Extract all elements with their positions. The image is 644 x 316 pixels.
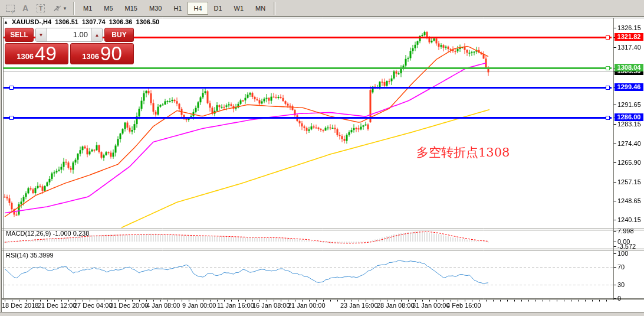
toolbar-separator [274, 2, 275, 15]
price-tick-label: 1257.15 [617, 178, 641, 185]
chevron-down-icon: ▾ [64, 5, 67, 11]
price-line-badge: 1321.82 [615, 33, 643, 41]
time-axis-label: 31 Jan 00:00 [412, 302, 450, 309]
timeframe-button-D1[interactable]: D1 [208, 2, 228, 15]
price-line-badge: 1299.46 [615, 83, 643, 91]
timeframe-button-M15[interactable]: M15 [119, 2, 143, 15]
text-tool-button[interactable]: T [33, 1, 48, 15]
time-axis-label: 16 Jan 08:00 [252, 302, 290, 309]
rsi-axis-label: 0 [617, 295, 621, 302]
ohlc-close: 1306.50 [136, 18, 159, 25]
arrow-label-button[interactable]: A [18, 1, 33, 15]
time-axis-label: 21 Jan 00:00 [288, 302, 326, 309]
ask-big-figure: 1306 [82, 52, 99, 61]
price-tick-label: 1240.15 [617, 216, 641, 223]
price-tick-label: 1283.15 [617, 120, 641, 128]
price-tick-label: 1317.40 [617, 44, 641, 51]
mt4-window: F A T ▾ M1M5M15M30H1H4D1W1MN ▲ XAUUSD-,H… [0, 0, 644, 316]
timeframe-button-M1[interactable]: M1 [77, 2, 98, 15]
time-axis-label: 23 Jan 16:00 [340, 302, 378, 309]
bid-price-button[interactable]: 1306 49 [5, 43, 68, 64]
price-tick-label: 1326.15 [617, 24, 641, 31]
chart-title: ▲ XAUUSD-,H4 1306.51 1307.74 1306.36 130… [4, 18, 159, 25]
timeframe-button-H1[interactable]: H1 [167, 2, 188, 15]
rsi-axis-label: 100 [617, 250, 628, 257]
timeframe-button-MN[interactable]: MN [249, 2, 271, 15]
macd-indicator-label: MACD(12,26,9) -1.000 0.238 [6, 230, 89, 237]
time-axis-label: 4 Jan 08:00 [146, 302, 180, 309]
ask-price-button[interactable]: 1306 90 [70, 43, 134, 64]
lot-size-control: ▼ 1.00 ▲ [35, 28, 103, 42]
price-tick-label: 1265.90 [617, 159, 641, 166]
time-axis-label: 21 Dec 12:00 [38, 302, 76, 309]
timeframe-button-M5[interactable]: M5 [98, 2, 119, 15]
time-axis-label: 18 Dec 2018 [2, 302, 38, 309]
ask-pips: 90 [100, 44, 122, 63]
time-axis-label: 9 Jan 00:00 [182, 302, 216, 309]
template-icon: F [6, 5, 15, 12]
price-tick-label: 1291.65 [617, 101, 641, 108]
bid-big-figure: 1306 [17, 52, 34, 61]
toolbar-separator [73, 2, 75, 15]
label-icon: A [22, 4, 28, 13]
timeframe-toolbar: M1M5M15M30H1H4D1W1MN [77, 2, 271, 15]
arrange-windows-button[interactable]: ▾ [48, 1, 71, 15]
timeframe-button-M30[interactable]: M30 [143, 2, 167, 15]
arrange-arrows-icon [53, 4, 62, 12]
timeframe-button-H4[interactable]: H4 [188, 2, 208, 15]
timeframe-button-W1[interactable]: W1 [228, 2, 250, 15]
sell-button[interactable]: SELL [5, 28, 34, 42]
time-axis-label: 11 Jan 16:00 [217, 302, 254, 309]
text-icon: T [37, 4, 45, 12]
time-axis-label: 31 Dec 20:00 [110, 302, 148, 309]
rsi-axis-label: 70 [617, 263, 625, 271]
price-line-badge: 1308.04 [615, 64, 643, 71]
lot-increase-button[interactable]: ▲ [91, 28, 102, 41]
price-tick-label: 1274.40 [617, 140, 641, 147]
price-line-badge: 1286.00 [615, 113, 643, 121]
macd-axis-label: -3.572 [617, 243, 636, 250]
buy-button[interactable]: BUY [104, 28, 134, 42]
one-click-trading-panel: SELL ▼ 1.00 ▲ BUY 1306 49 1306 90 [5, 28, 134, 64]
bid-pips: 49 [35, 44, 57, 63]
time-axis-label: 27 Dec 04:00 [74, 302, 112, 309]
lot-size-input[interactable]: 1.00 [47, 28, 91, 41]
symbol-period-label: XAUUSD-,H4 [12, 18, 51, 25]
rsi-axis-label: 30 [617, 281, 625, 288]
ohlc-high: 1307.74 [82, 18, 106, 25]
rsi-indicator-label: RSI(14) 35.3999 [6, 252, 54, 259]
template-button[interactable]: F [2, 1, 18, 15]
ohlc-open: 1306.51 [55, 18, 78, 25]
chart-annotation-text: 多空转折点1308 [416, 144, 510, 161]
ohlc-low: 1306.36 [109, 18, 133, 25]
price-tick-label: 1248.65 [617, 197, 641, 204]
time-axis-label: 4 Feb 16:00 [446, 302, 481, 309]
time-axis-label: 28 Jan 08:00 [377, 302, 415, 309]
collapse-arrow-icon[interactable]: ▲ [4, 19, 8, 25]
lot-decrease-button[interactable]: ▼ [36, 28, 47, 41]
toolbar: F A T ▾ M1M5M15M30H1H4D1W1MN [0, 0, 644, 17]
macd-axis-label: 7.998 [617, 227, 634, 234]
